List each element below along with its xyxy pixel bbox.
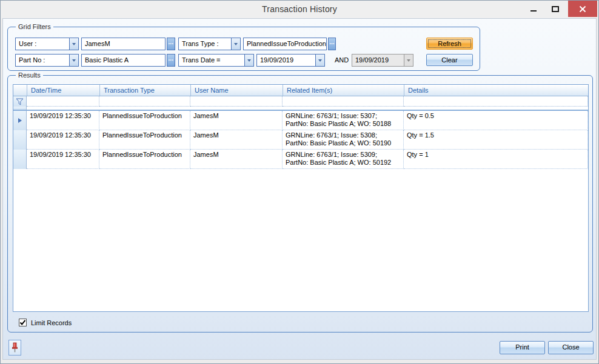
cell-user-name: JamesM <box>190 150 283 169</box>
checkmark-icon <box>19 319 26 326</box>
limit-records-label: Limit Records <box>31 319 72 326</box>
dropdown-arrow-icon[interactable] <box>244 55 253 66</box>
cell-related-items: GRNLine: 6763/1; Issue: 5308; PartNo: Ba… <box>283 130 404 150</box>
cell-related-items: GRNLine: 6763/1; Issue: 5307; PartNo: Ba… <box>283 111 404 130</box>
limit-records-option[interactable]: Limit Records <box>19 319 72 326</box>
dropdown-arrow-icon[interactable] <box>69 38 78 50</box>
cell-datetime: 19/09/2019 12:35:30 <box>27 111 99 130</box>
pin-window-button[interactable] <box>8 340 21 356</box>
user-value-field[interactable]: JamesM ... <box>81 38 175 50</box>
trans-type-filter-combobox[interactable]: Trans Type : <box>178 38 241 50</box>
minimize-button[interactable] <box>523 1 544 17</box>
print-button[interactable]: Print <box>500 341 545 354</box>
close-icon <box>579 5 586 13</box>
row-selector[interactable] <box>13 150 27 169</box>
column-header-transaction-type[interactable]: Transaction Type <box>99 85 190 96</box>
close-dialog-button[interactable]: Close <box>548 341 594 354</box>
filter-cell-transaction-type[interactable] <box>99 96 190 107</box>
cell-details: Qty = 0.5 <box>404 111 588 130</box>
results-groupbox: Results Date/Time Transaction Type User … <box>7 75 593 333</box>
filter-cell-user-name[interactable] <box>190 96 283 107</box>
dropdown-arrow-icon <box>404 55 413 66</box>
pushpin-icon <box>11 342 19 353</box>
cell-transaction-type: PlannedIssueToProduction <box>99 111 190 130</box>
trans-type-value-field[interactable]: PlannedIssueToProduction ... <box>243 38 336 50</box>
refresh-button[interactable]: Refresh <box>426 38 473 50</box>
maximize-icon <box>552 6 559 12</box>
client-area: Grid Filters User : JamesM ... Trans Typ… <box>2 18 597 360</box>
trans-date-to-picker: 19/09/2019 <box>352 54 413 67</box>
cell-transaction-type: PlannedIssueToProduction <box>99 130 190 150</box>
user-filter-combobox[interactable]: User : <box>15 38 79 50</box>
column-header-details[interactable]: Details <box>404 85 588 96</box>
cell-datetime: 19/09/2019 12:35:30 <box>27 130 99 150</box>
part-no-value-field[interactable]: Basic Plastic A ... <box>81 54 175 67</box>
table-row[interactable]: 19/09/2019 12:35:30 PlannedIssueToProduc… <box>13 130 588 150</box>
column-header-related-items[interactable]: Related Item(s) <box>283 85 404 96</box>
filter-cell-details[interactable] <box>404 96 588 107</box>
cell-user-name: JamesM <box>190 130 283 150</box>
row-selector[interactable] <box>13 111 27 130</box>
grid-header-row: Date/Time Transaction Type User Name Rel… <box>13 85 588 96</box>
cell-user-name: JamesM <box>190 111 283 130</box>
clear-button[interactable]: Clear <box>426 54 473 66</box>
dropdown-arrow-icon[interactable] <box>69 55 78 66</box>
grid-header-selector <box>13 85 27 96</box>
part-no-filter-combobox[interactable]: Part No : <box>15 54 79 67</box>
grid-filter-row <box>13 96 588 107</box>
trans-date-operator-combobox[interactable]: Trans Date = <box>178 54 254 67</box>
cell-related-items: GRNLine: 6763/1; Issue: 5309; PartNo: Ba… <box>283 150 404 169</box>
results-grid: Date/Time Transaction Type User Name Rel… <box>13 84 589 312</box>
column-header-datetime[interactable]: Date/Time <box>27 85 99 96</box>
cell-transaction-type: PlannedIssueToProduction <box>99 150 190 169</box>
filter-funnel-icon <box>16 98 24 105</box>
window-title: Transaction History <box>1 4 598 14</box>
trans-date-from-picker[interactable]: 19/09/2019 <box>256 54 325 67</box>
filter-cell-related-items[interactable] <box>283 96 404 107</box>
dropdown-arrow-icon[interactable] <box>315 55 324 66</box>
grid-fixed-separator <box>13 107 588 111</box>
maximize-button[interactable] <box>545 1 566 17</box>
and-label: AND <box>335 54 349 64</box>
trans-type-lookup-button[interactable]: ... <box>328 38 336 50</box>
minimize-icon <box>530 10 537 12</box>
current-row-arrow-icon <box>18 118 22 123</box>
close-button[interactable] <box>568 1 597 17</box>
cell-details: Qty = 1 <box>404 150 588 169</box>
part-no-lookup-button[interactable]: ... <box>167 54 175 67</box>
cell-details: Qty = 1.5 <box>404 130 588 150</box>
column-header-user-name[interactable]: User Name <box>190 85 283 96</box>
user-lookup-button[interactable]: ... <box>167 38 175 50</box>
grid-filters-groupbox: Grid Filters User : JamesM ... Trans Typ… <box>7 27 480 71</box>
dropdown-arrow-icon[interactable] <box>231 38 240 50</box>
table-row[interactable]: 19/09/2019 12:35:30 PlannedIssueToProduc… <box>13 150 588 169</box>
cell-datetime: 19/09/2019 12:35:30 <box>27 150 99 169</box>
limit-records-checkbox[interactable] <box>19 319 27 326</box>
transaction-history-window: Transaction History Grid Filters User : <box>0 0 599 364</box>
row-selector[interactable] <box>13 130 27 150</box>
table-row[interactable]: 19/09/2019 12:35:30 PlannedIssueToProduc… <box>13 111 588 130</box>
filter-cell-datetime[interactable] <box>27 96 99 107</box>
filter-row-selector <box>13 96 27 107</box>
title-bar: Transaction History <box>1 1 598 18</box>
grid-filters-label: Grid Filters <box>16 23 53 30</box>
results-label: Results <box>16 71 43 79</box>
